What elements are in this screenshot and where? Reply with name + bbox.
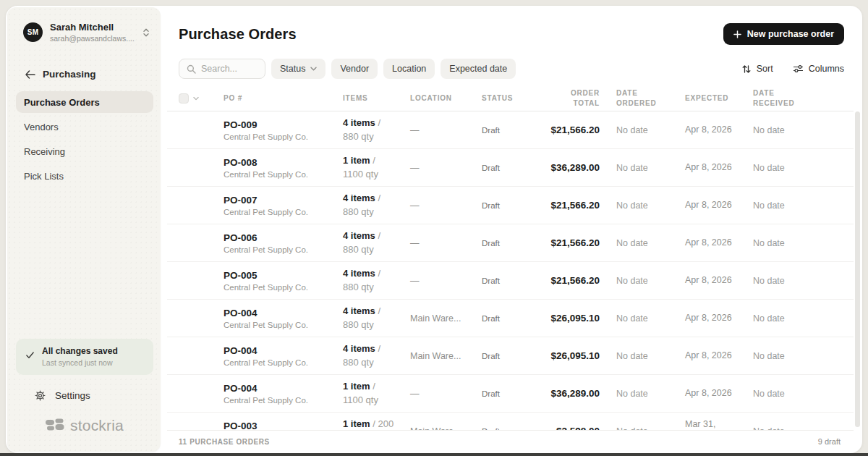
sync-status-text: All changes saved Last synced just now bbox=[42, 346, 118, 367]
col-header-expected[interactable]: EXPECTED bbox=[685, 93, 753, 104]
location-cell: — bbox=[410, 163, 482, 173]
row-count-label: 11 PURCHASE ORDERS bbox=[179, 438, 270, 446]
date-ordered-cell: No date bbox=[600, 163, 685, 173]
user-menu[interactable]: SM Sarah Mitchell sarah@pawsandclaws.... bbox=[7, 7, 161, 54]
col-header-location[interactable]: LOCATION bbox=[410, 93, 482, 104]
back-label: Purchasing bbox=[43, 69, 96, 80]
table-row[interactable]: PO-004 Central Pet Supply Co. 1 item / 1… bbox=[167, 375, 854, 413]
col-header-po[interactable]: PO # bbox=[224, 93, 343, 104]
expected-cell: Apr 8, 2026 bbox=[685, 350, 753, 363]
sidebar-spacer bbox=[7, 187, 161, 339]
table-row[interactable]: PO-006 Central Pet Supply Co. 4 items / … bbox=[167, 224, 854, 262]
po-cell: PO-004 Central Pet Supply Co. bbox=[224, 383, 343, 405]
check-icon bbox=[25, 350, 35, 360]
location-cell: Main Ware... bbox=[410, 351, 482, 361]
new-purchase-order-button[interactable]: New purchase order bbox=[723, 23, 844, 45]
order-total-cell: $21,566.20 bbox=[541, 200, 600, 211]
items-count: 4 items bbox=[343, 117, 375, 128]
sort-label: Sort bbox=[757, 64, 773, 74]
sidebar-item-vendors[interactable]: Vendors bbox=[16, 116, 153, 138]
expected-cell: Apr 8, 2026 bbox=[685, 312, 753, 325]
expected-cell: Apr 8, 2026 bbox=[685, 124, 753, 137]
status-cell: Draft bbox=[482, 389, 541, 398]
items-cell: 4 items / 880 qty bbox=[343, 305, 410, 332]
date-received-cell: No date bbox=[753, 238, 854, 248]
items-count: 4 items bbox=[343, 193, 375, 203]
date-ordered-cell: No date bbox=[600, 125, 685, 135]
po-number: PO-003 bbox=[224, 421, 343, 431]
back-to-purchasing[interactable]: Purchasing bbox=[7, 54, 161, 83]
table-row[interactable]: PO-004 Central Pet Supply Co. 4 items / … bbox=[167, 300, 854, 337]
order-total-cell: $26,095.10 bbox=[541, 350, 600, 361]
sort-icon bbox=[741, 64, 752, 74]
po-cell: PO-006 Central Pet Supply Co. bbox=[224, 232, 343, 254]
table-row[interactable]: PO-009 Central Pet Supply Co. 4 items / … bbox=[167, 111, 854, 149]
vertical-scrollbar[interactable] bbox=[855, 111, 860, 427]
date-ordered-cell: No date bbox=[600, 200, 685, 211]
window-bottom-edge bbox=[0, 453, 868, 456]
expected-cell: Apr 8, 2026 bbox=[685, 237, 753, 250]
col-header-items[interactable]: ITEMS bbox=[343, 93, 410, 104]
expected-cell: Apr 8, 2026 bbox=[685, 199, 753, 212]
expected-date: Apr 8, 2026 bbox=[685, 237, 732, 250]
filter-bar: Status Vendor Location Expected date Sor… bbox=[179, 59, 844, 79]
po-number: PO-005 bbox=[224, 270, 343, 281]
location-filter[interactable]: Location bbox=[383, 59, 435, 79]
table-row[interactable]: PO-005 Central Pet Supply Co. 4 items / … bbox=[167, 262, 854, 300]
sidebar-item-purchase-orders[interactable]: Purchase Orders bbox=[16, 91, 153, 113]
table-row[interactable]: PO-004 Central Pet Supply Co. 4 items / … bbox=[167, 337, 854, 375]
col-header-date-ordered-label: DATE ORDERED bbox=[616, 88, 661, 108]
items-cell: 4 items / 880 qty bbox=[343, 342, 410, 370]
search-icon bbox=[187, 64, 196, 74]
sync-status-title: All changes saved bbox=[42, 346, 118, 356]
page-title: Purchase Orders bbox=[179, 23, 297, 43]
columns-button[interactable]: Columns bbox=[793, 64, 844, 74]
col-header-order-total-label: ORDER TOTAL bbox=[565, 88, 600, 108]
avatar: SM bbox=[23, 22, 43, 42]
po-cell: PO-008 Central Pet Supply Co. bbox=[224, 157, 343, 179]
user-email: sarah@pawsandclaws.... bbox=[50, 34, 135, 43]
location-cell: — bbox=[410, 389, 482, 399]
back-arrow-icon bbox=[25, 70, 35, 79]
date-ordered-cell: No date bbox=[600, 238, 685, 248]
search-box[interactable] bbox=[179, 59, 265, 79]
table-row[interactable]: PO-003 Central Pet Supply Co. 1 item / 2… bbox=[167, 413, 854, 430]
sidebar-item-pick-lists[interactable]: Pick Lists bbox=[16, 165, 153, 187]
status-cell: Draft bbox=[482, 314, 541, 323]
purchase-orders-table: PO # ITEMS LOCATION STATUS ORDER TOTAL D… bbox=[167, 85, 854, 430]
col-header-date-received[interactable]: DATE RECEIVED bbox=[753, 88, 854, 108]
po-vendor: Central Pet Supply Co. bbox=[224, 358, 343, 367]
location-cell: — bbox=[410, 238, 482, 248]
select-menu-chevron-icon[interactable] bbox=[193, 96, 199, 101]
po-cell: PO-003 Central Pet Supply Co. bbox=[224, 421, 343, 431]
expected-cell: Apr 8, 2026 bbox=[685, 161, 753, 174]
expected-cell: Apr 8, 2026 bbox=[685, 387, 753, 400]
items-cell: 4 items / 880 qty bbox=[343, 267, 410, 295]
col-header-order-total[interactable]: ORDER TOTAL bbox=[541, 88, 600, 108]
sidebar-item-receiving[interactable]: Receiving bbox=[16, 140, 153, 162]
items-count: 4 items bbox=[343, 305, 375, 316]
search-input[interactable] bbox=[201, 64, 259, 74]
table-row[interactable]: PO-007 Central Pet Supply Co. 4 items / … bbox=[167, 187, 854, 224]
items-cell: 1 item / 1100 qty bbox=[343, 154, 410, 182]
expected-date: Apr 8, 2026 bbox=[685, 350, 732, 363]
col-header-date-ordered[interactable]: DATE ORDERED bbox=[600, 88, 685, 108]
vendor-filter[interactable]: Vendor bbox=[331, 59, 378, 79]
user-meta: Sarah Mitchell sarah@pawsandclaws.... bbox=[50, 22, 135, 43]
sync-status: All changes saved Last synced just now bbox=[16, 339, 153, 375]
po-number: PO-009 bbox=[224, 119, 343, 130]
col-header-status[interactable]: STATUS bbox=[482, 93, 541, 104]
status-filter[interactable]: Status bbox=[271, 59, 326, 79]
expected-date-filter[interactable]: Expected date bbox=[441, 59, 516, 79]
po-vendor: Central Pet Supply Co. bbox=[224, 396, 343, 405]
table-row[interactable]: PO-008 Central Pet Supply Co. 1 item / 1… bbox=[167, 149, 854, 187]
settings-button[interactable]: Settings bbox=[25, 384, 101, 407]
order-total-cell: $26,095.10 bbox=[541, 313, 600, 324]
po-cell: PO-007 Central Pet Supply Co. bbox=[224, 195, 343, 216]
po-number: PO-008 bbox=[224, 157, 343, 168]
sort-button[interactable]: Sort bbox=[741, 64, 773, 74]
items-cell: 4 items / 880 qty bbox=[343, 117, 410, 144]
select-all-checkbox[interactable] bbox=[179, 93, 189, 104]
status-cell: Draft bbox=[482, 164, 541, 172]
date-ordered-cell: No date bbox=[600, 389, 685, 399]
